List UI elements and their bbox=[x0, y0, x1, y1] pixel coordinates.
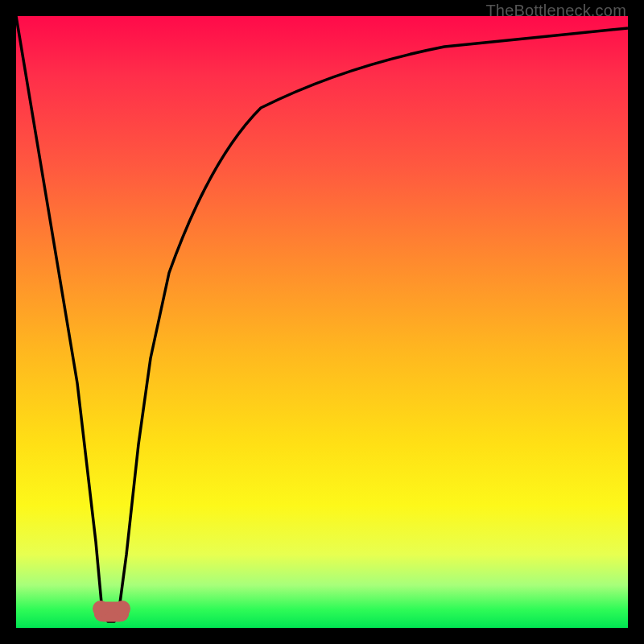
bottleneck-curve bbox=[16, 16, 628, 621]
min-point-blob bbox=[93, 601, 130, 621]
watermark-text: TheBottleneck.com bbox=[485, 2, 626, 20]
plot-area bbox=[16, 16, 628, 628]
svg-point-1 bbox=[114, 601, 130, 617]
chart-frame: TheBottleneck.com bbox=[0, 0, 644, 644]
svg-point-0 bbox=[93, 601, 109, 617]
chart-svg bbox=[16, 16, 628, 628]
